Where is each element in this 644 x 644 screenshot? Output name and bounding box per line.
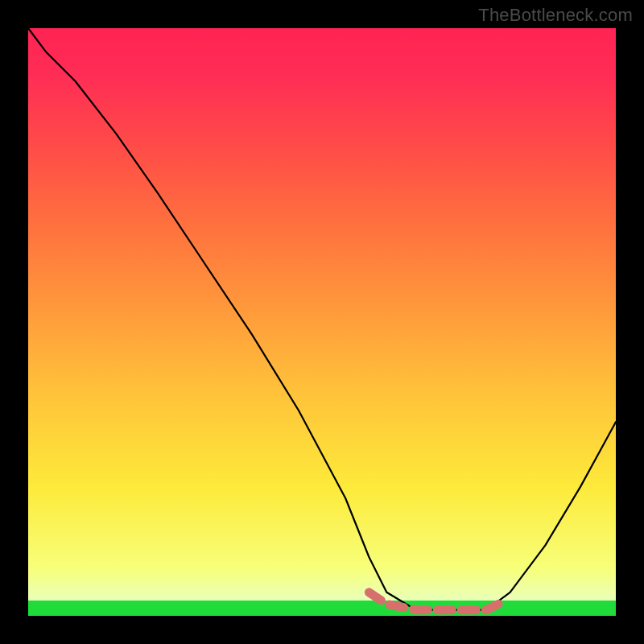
bottleneck-curve (28, 28, 616, 610)
watermark-text: TheBottleneck.com (478, 5, 633, 26)
chart-frame: TheBottleneck.com (0, 0, 644, 644)
curve-layer (28, 28, 616, 616)
trough-highlight (369, 592, 498, 610)
